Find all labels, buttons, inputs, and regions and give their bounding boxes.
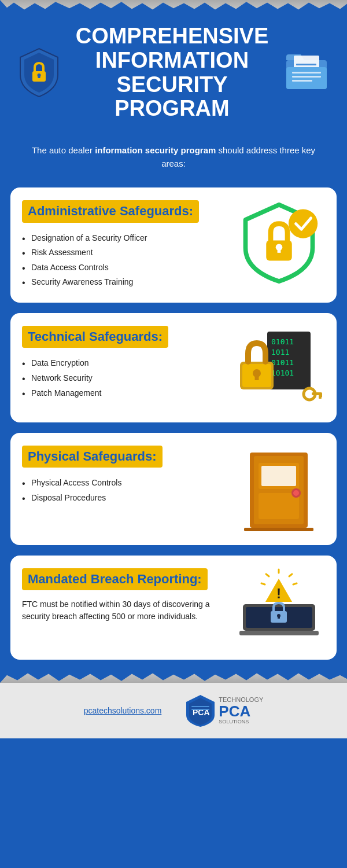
svg-text:01011: 01011 bbox=[271, 337, 294, 346]
footer-link[interactable]: pcatechsolutions.com bbox=[84, 706, 162, 715]
header-title-row: COMPREHENSIVE INFORMATION SECURITY PROGR… bbox=[12, 24, 335, 121]
svg-rect-51 bbox=[191, 706, 209, 707]
svg-rect-14 bbox=[277, 247, 280, 253]
svg-rect-49 bbox=[239, 631, 319, 635]
card-left-technical: Technical Safeguards: Data Encryption Ne… bbox=[22, 326, 232, 400]
list-item: Data Encryption bbox=[22, 356, 227, 371]
list-item: Designation of a Security Officer bbox=[22, 231, 227, 246]
card-tag-text-physical: Physical Safeguards: bbox=[28, 449, 157, 464]
svg-rect-5 bbox=[296, 64, 316, 65]
subtitle-section: The auto dealer information security pro… bbox=[0, 138, 347, 187]
svg-text:!: ! bbox=[276, 586, 281, 601]
svg-rect-48 bbox=[278, 616, 280, 619]
card-body-text-breach: FTC must be notified within 30 days of d… bbox=[22, 598, 227, 623]
svg-rect-26 bbox=[312, 392, 322, 395]
svg-line-39 bbox=[289, 574, 292, 576]
svg-text:01011: 01011 bbox=[271, 358, 294, 367]
card-right-administrative bbox=[232, 200, 325, 284]
svg-rect-52 bbox=[191, 709, 209, 710]
card-tag-administrative: Administrative Safeguards: bbox=[22, 200, 199, 222]
pca-logo: PCA TECHNOLOGY PCA SOLUTIONS bbox=[184, 693, 263, 728]
card-tag-text-breach: Mandated Breach Reporting: bbox=[28, 572, 202, 587]
card-technical: Technical Safeguards: Data Encryption Ne… bbox=[10, 313, 337, 422]
svg-text:10101: 10101 bbox=[271, 369, 294, 377]
pca-logo-text: PCA bbox=[219, 703, 263, 720]
header-section: COMPREHENSIVE INFORMATION SECURITY PROGR… bbox=[0, 13, 347, 138]
card-tag-technical: Technical Safeguards: bbox=[22, 326, 168, 348]
main-title: COMPREHENSIVE INFORMATION SECURITY PROGR… bbox=[64, 24, 280, 121]
card-tag-text-technical: Technical Safeguards: bbox=[28, 329, 163, 344]
card-left-physical: Physical Safeguards: Physical Access Con… bbox=[22, 446, 232, 506]
card-administrative: Administrative Safeguards: Designation o… bbox=[10, 187, 337, 303]
svg-rect-2 bbox=[38, 75, 40, 78]
list-item: Physical Access Controls bbox=[22, 476, 227, 491]
svg-rect-9 bbox=[292, 72, 321, 73]
svg-rect-11 bbox=[292, 80, 312, 82]
svg-rect-28 bbox=[321, 394, 322, 397]
svg-line-40 bbox=[261, 583, 265, 584]
svg-text:1011: 1011 bbox=[271, 348, 289, 356]
card-left-breach: Mandated Breach Reporting: FTC must be n… bbox=[22, 568, 232, 623]
footer: pcatechsolutions.com PCA TECHNOLOGY PCA … bbox=[0, 683, 347, 738]
card-tag-physical: Physical Safeguards: bbox=[22, 446, 163, 468]
list-item: Risk Assessment bbox=[22, 245, 227, 260]
svg-line-38 bbox=[266, 574, 269, 576]
svg-point-35 bbox=[293, 490, 299, 496]
card-left-administrative: Administrative Safeguards: Designation o… bbox=[22, 200, 232, 290]
card-list-physical: Physical Access Controls Disposal Proced… bbox=[22, 476, 227, 505]
subtitle-text: The auto dealer information security pro… bbox=[23, 144, 324, 170]
cards-section: Administrative Safeguards: Designation o… bbox=[0, 187, 347, 660]
list-item: Network Security bbox=[22, 371, 227, 386]
card-list-administrative: Designation of a Security Officer Risk A… bbox=[22, 231, 227, 290]
card-tag-breach: Mandated Breach Reporting: bbox=[22, 568, 208, 590]
card-right-technical: 01011 1011 01011 10101 bbox=[232, 326, 325, 410]
list-item: Security Awareness Training bbox=[22, 275, 227, 290]
card-tag-text-administrative: Administrative Safeguards: bbox=[28, 204, 193, 219]
card-right-physical bbox=[232, 446, 325, 532]
svg-rect-24 bbox=[255, 373, 259, 380]
svg-line-41 bbox=[293, 583, 297, 584]
folder-icon-right bbox=[283, 50, 330, 95]
svg-rect-8 bbox=[286, 67, 327, 89]
card-right-breach: ! bbox=[232, 568, 325, 643]
torn-bottom-edge bbox=[0, 670, 347, 683]
card-physical: Physical Safeguards: Physical Access Con… bbox=[10, 433, 337, 545]
list-item: Patch Management bbox=[22, 386, 227, 401]
card-list-technical: Data Encryption Network Security Patch M… bbox=[22, 356, 227, 400]
page: COMPREHENSIVE INFORMATION SECURITY PROGR… bbox=[0, 0, 347, 868]
card-breach: Mandated Breach Reporting: FTC must be n… bbox=[10, 556, 337, 660]
footer-link-container[interactable]: pcatechsolutions.com bbox=[84, 705, 162, 716]
svg-rect-36 bbox=[244, 528, 313, 531]
svg-rect-10 bbox=[292, 76, 321, 78]
svg-point-15 bbox=[288, 209, 317, 238]
shield-icon-left bbox=[17, 46, 61, 100]
torn-top-edge bbox=[0, 0, 347, 13]
list-item: Disposal Procedures bbox=[22, 491, 227, 506]
list-item: Data Access Controls bbox=[22, 260, 227, 275]
svg-rect-32 bbox=[259, 493, 299, 519]
svg-rect-33 bbox=[261, 466, 296, 486]
